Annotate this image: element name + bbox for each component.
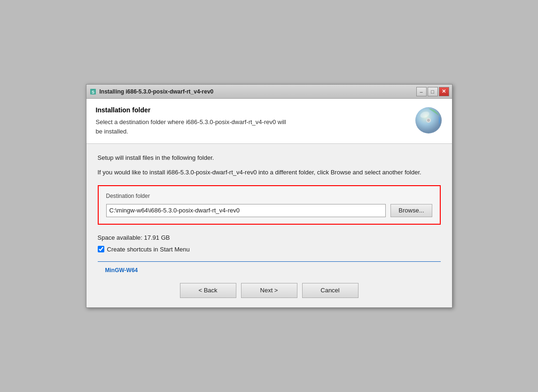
disc-icon bbox=[414, 106, 443, 134]
window-title: Installing i686-5.3.0-posix-dwarf-rt_v4-… bbox=[100, 88, 416, 95]
installer-window: S Installing i686-5.3.0-posix-dwarf-rt_v… bbox=[86, 84, 452, 308]
content-section: Setup will install files in the followin… bbox=[86, 144, 452, 262]
space-available: Space available: 17.91 GB bbox=[98, 234, 441, 241]
svg-text:S: S bbox=[91, 90, 94, 94]
desc1-text: Setup will install files in the followin… bbox=[98, 153, 441, 163]
next-button[interactable]: Next > bbox=[241, 283, 297, 298]
mingw-divider bbox=[98, 261, 441, 262]
window-controls: – □ ✕ bbox=[416, 87, 449, 96]
mingw-label: MinGW-W64 bbox=[102, 267, 141, 274]
header-text: Installation folder Select a destination… bbox=[96, 106, 407, 136]
destination-label: Destination folder bbox=[106, 193, 432, 199]
svg-point-5 bbox=[427, 119, 430, 122]
footer-buttons: < Back Next > Cancel bbox=[86, 278, 452, 307]
desc2-text: If you would like to install i686-5.3.0-… bbox=[98, 168, 441, 178]
destination-box: Destination folder Browse... bbox=[98, 185, 441, 225]
destination-input-row: Browse... bbox=[106, 204, 432, 217]
shortcuts-label: Create shortcuts in Start Menu bbox=[107, 246, 190, 253]
destination-input[interactable] bbox=[106, 204, 386, 217]
minimize-button[interactable]: – bbox=[416, 87, 427, 96]
title-bar: S Installing i686-5.3.0-posix-dwarf-rt_v… bbox=[86, 85, 452, 99]
window-icon: S bbox=[89, 88, 97, 95]
header-title: Installation folder bbox=[96, 106, 407, 114]
shortcuts-checkbox-row: Create shortcuts in Start Menu bbox=[98, 246, 441, 253]
header-subtitle: Select a destination folder where i686-5… bbox=[96, 118, 407, 136]
close-button[interactable]: ✕ bbox=[439, 87, 449, 96]
back-button[interactable]: < Back bbox=[180, 283, 236, 298]
maximize-button[interactable]: □ bbox=[428, 87, 438, 96]
cancel-button[interactable]: Cancel bbox=[302, 283, 359, 298]
mingw-section: MinGW-W64 bbox=[86, 262, 452, 278]
shortcuts-checkbox[interactable] bbox=[98, 246, 104, 252]
browse-button[interactable]: Browse... bbox=[390, 204, 432, 217]
header-section: Installation folder Select a destination… bbox=[86, 99, 452, 144]
